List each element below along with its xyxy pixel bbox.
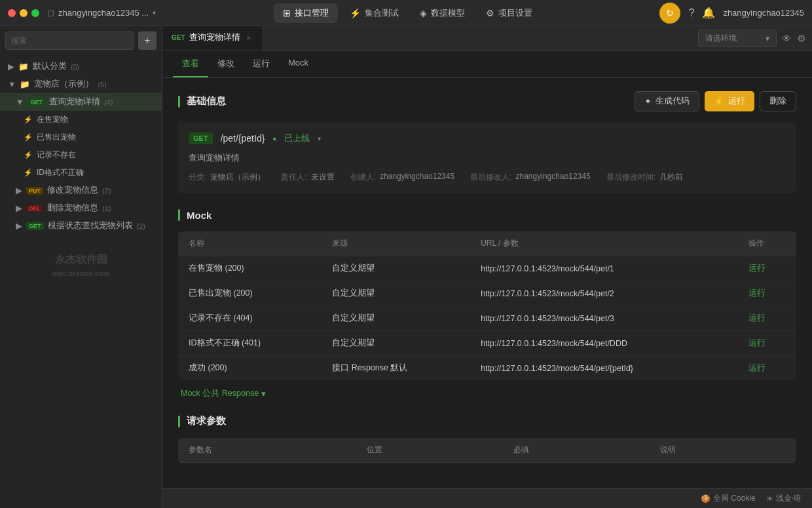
meta-modify-time: 最后修改时间: 几秒前 — [606, 172, 683, 183]
sidebar-item-sold-pet[interactable]: ⚡ 已售出宠物 — [0, 128, 162, 146]
generate-code-button[interactable]: ✦ 生成代码 — [635, 91, 699, 111]
eye-icon[interactable]: 👁 — [782, 33, 792, 44]
watermark-area: 永杰软件园mac.orsoon.com — [0, 248, 162, 300]
basic-info-header: 基础信息 ✦ 生成代码 ⚡ 运行 删除 — [178, 91, 796, 111]
mock-run-button[interactable]: 运行 — [748, 338, 766, 347]
nav-project-settings[interactable]: ⚙ 项目设置 — [477, 3, 542, 23]
mock-row-source: 自定义期望 — [322, 281, 470, 306]
run-icon: ⚡ — [714, 96, 724, 106]
help-icon[interactable]: ? — [688, 7, 694, 19]
sidebar-item-put-pet[interactable]: ▶ PUT 修改宠物信息 (2) — [0, 182, 162, 199]
maximize-button[interactable] — [31, 9, 39, 17]
mock-row-name: 在售宠物 (200) — [178, 256, 322, 281]
api-label: 查询宠物详情 — [49, 96, 100, 107]
settings-icon[interactable]: ⚙ — [797, 33, 805, 45]
mock-public-response-button[interactable]: Mock 公共 Response ▾ — [178, 388, 796, 399]
sidebar-item-default-category[interactable]: ▶ 📁 默认分类 (0) — [0, 58, 162, 75]
delete-button[interactable]: 删除 — [760, 91, 796, 111]
params-table-header-row: 参数名 位置 必填 说明 — [178, 438, 796, 463]
mock-table-row: ID格式不正确 (401) 自定义期望 http://127.0.0.1:452… — [178, 331, 796, 356]
sidebar-item-on-sale-pet[interactable]: ⚡ 在售宠物 — [0, 111, 162, 128]
mock-run-button[interactable]: 运行 — [748, 313, 766, 322]
mock-run-button[interactable]: 运行 — [748, 288, 766, 298]
mock-row-name: ID格式不正确 (401) — [178, 331, 322, 356]
api-label: 修改宠物信息 — [47, 185, 98, 196]
api-badge: (4) — [104, 98, 113, 106]
mock-run-button[interactable]: 运行 — [748, 363, 766, 372]
section-bar — [178, 96, 180, 107]
tab-method-badge: GET — [172, 34, 185, 41]
sidebar-item-petstore[interactable]: ▼ 📁 宠物店（示例） (5) — [0, 75, 162, 93]
sub-tab-edit[interactable]: 修改 — [208, 51, 244, 77]
mock-table-row: 已售出宠物 (200) 自定义期望 http://127.0.0.1:4523/… — [178, 281, 796, 306]
nav-integration-test[interactable]: ⚡ 集合测试 — [341, 3, 408, 23]
mock-table-header-row: 名称 来源 URL / 参数 操作 — [178, 231, 796, 256]
sidebar-item-invalid-id[interactable]: ⚡ ID格式不正确 — [0, 164, 162, 182]
sub-tab-view[interactable]: 查看 — [173, 51, 208, 77]
folder-icon: 📁 — [20, 79, 30, 89]
mock-table-row: 在售宠物 (200) 自定义期望 http://127.0.0.1:4523/m… — [178, 256, 796, 281]
tab-close-button[interactable]: × — [244, 33, 253, 43]
sidebar-item-get-pet-list[interactable]: ▶ GET 根据状态查找宠物列表 (2) — [0, 217, 162, 235]
category-label: 默认分类 — [33, 61, 67, 72]
titlebar: ◻ zhangyingchao12345 ... ▾ ⊞ 接口管理 ⚡ 集合测试… — [0, 0, 812, 26]
close-button[interactable] — [8, 9, 16, 17]
sidebar-item-not-found[interactable]: ⚡ 记录不存在 — [0, 146, 162, 164]
mock-row-source: 自定义期望 — [322, 306, 470, 331]
folder-label: 📁 — [18, 62, 29, 71]
mock-row-url: http://127.0.0.1:4523/mock/544/pet/DDD — [470, 331, 737, 356]
mock-row-url: http://127.0.0.1:4523/mock/544/pet/1 — [470, 256, 737, 281]
mock-row-name: 已售出宠物 (200) — [178, 281, 322, 306]
mock-row-source: 自定义期望 — [322, 331, 470, 356]
mock-table: 名称 来源 URL / 参数 操作 在售宠物 (200) 自定义期望 http:… — [178, 231, 796, 380]
minimize-button[interactable] — [20, 9, 28, 17]
basic-info-section: 基础信息 ✦ 生成代码 ⚡ 运行 删除 — [178, 91, 796, 193]
add-button[interactable]: + — [138, 31, 157, 50]
api-badge: (2) — [137, 222, 145, 230]
params-col-required: 必填 — [503, 438, 650, 463]
content-scroll: 基础信息 ✦ 生成代码 ⚡ 运行 删除 — [162, 78, 812, 488]
method-badge-put: PUT — [26, 187, 43, 195]
expand-icon: ▶ — [16, 221, 22, 231]
refresh-button[interactable]: ↻ — [659, 3, 680, 24]
run-button[interactable]: ⚡ 运行 — [705, 91, 754, 111]
tab-get-pet-detail[interactable]: GET 查询宠物详情 × — [162, 26, 263, 50]
nav-data-model[interactable]: ◈ 数据模型 — [411, 3, 474, 23]
cookie-label: 全局 Cookie — [713, 493, 756, 504]
mock-table-row: 成功 (200) 接口 Response 默认 http://127.0.0.1… — [178, 356, 796, 381]
section-bar — [178, 416, 180, 427]
petstore-badge: (5) — [98, 81, 106, 88]
api-badge: (1) — [102, 205, 111, 212]
basic-info-title: 基础信息 — [187, 95, 635, 107]
sub-tab-run[interactable]: 运行 — [244, 51, 279, 77]
folder-icon: ▶ — [8, 62, 14, 71]
username[interactable]: zhangyingchao12345 — [723, 8, 804, 18]
mock-section-title: Mock — [187, 210, 796, 221]
model-icon: ◈ — [420, 8, 427, 18]
sidebar-item-get-pet-detail[interactable]: ▼ GET 查询宠物详情 (4) — [0, 93, 162, 111]
basic-info-actions: ✦ 生成代码 ⚡ 运行 删除 — [635, 91, 796, 111]
status-dot: ● — [272, 135, 276, 142]
sidebar-item-del-pet[interactable]: ▶ DEL 删除宠物信息 (1) — [0, 199, 162, 217]
bell-icon[interactable]: 🔔 — [702, 7, 715, 19]
mock-col-action: 操作 — [738, 231, 796, 256]
sub-tab-mock[interactable]: Mock — [279, 51, 318, 77]
api-path: /pet/{petId} — [221, 133, 265, 144]
bolt-icon: ⚡ — [24, 168, 33, 177]
nav-interface-management[interactable]: ⊞ 接口管理 — [274, 3, 338, 23]
status-label: 已上线 — [284, 133, 310, 144]
status-arrow-icon: ▾ — [318, 135, 321, 142]
theme-button[interactable]: ☀ 浅金·暗 — [766, 493, 802, 504]
expand-icon: ▼ — [16, 98, 24, 107]
cookie-icon: 🍪 — [701, 494, 710, 503]
mock-row-name: 成功 (200) — [178, 356, 322, 381]
search-input[interactable] — [5, 31, 134, 50]
sidebar: + ▶ 📁 默认分类 (0) ▼ 📁 宠物店（示例） (5) ▼ GET 查询宠… — [0, 26, 162, 508]
cookie-button[interactable]: 🍪 全局 Cookie — [701, 493, 756, 504]
mock-run-button[interactable]: 运行 — [748, 264, 766, 273]
meta-row: 分类: 宠物店（示例） 责任人: 未设置 创建人: zhangyingchao1… — [189, 172, 786, 183]
meta-creator: 创建人: zhangyingchao12345 — [350, 172, 454, 183]
mock-section-header: Mock — [178, 209, 796, 221]
meta-category: 分类: 宠物店（示例） — [189, 172, 265, 183]
env-select[interactable]: 请选环境 ▾ — [698, 29, 777, 47]
